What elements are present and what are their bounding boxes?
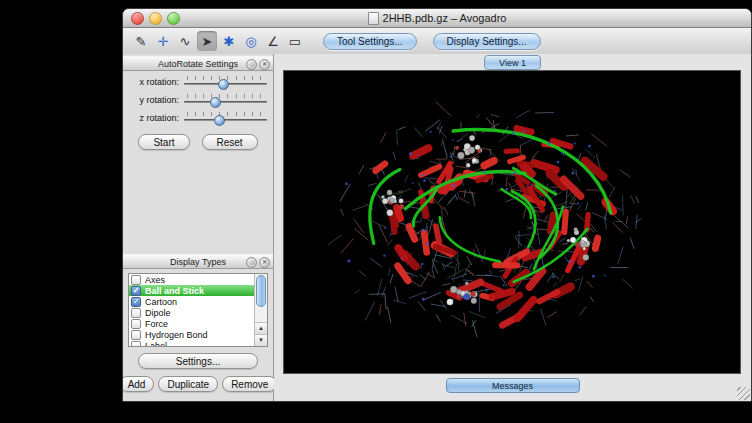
list-item-label: Dipole — [145, 308, 171, 318]
scroll-up-icon[interactable]: ▲ — [255, 322, 267, 334]
align-tool-icon[interactable]: ▭ — [285, 31, 305, 51]
list-item-axes[interactable]: Axes — [129, 274, 255, 285]
z-rotation-label: z rotation: — [129, 113, 184, 123]
zoom-window-icon[interactable] — [167, 12, 180, 25]
panel-float-icon[interactable]: ◇ — [246, 59, 257, 70]
avogadro-window: 2HHB.pdb.gz – Avogadro ✎ ✛ ∿ ➤ ✱ ◎ ∠ ▭ T… — [122, 8, 752, 402]
draw-tool-icon[interactable]: ✎ — [131, 31, 151, 51]
display-types-panel: Display Types ◇ ✕ Axes Ball — [123, 252, 273, 392]
checkbox[interactable] — [131, 308, 141, 318]
toolbar: ✎ ✛ ∿ ➤ ✱ ◎ ∠ ▭ Tool Settings... Display… — [123, 28, 751, 55]
start-button[interactable]: Start — [138, 134, 189, 150]
molecule-rendering — [284, 71, 740, 373]
molecule-viewport[interactable] — [283, 70, 741, 374]
list-item-force[interactable]: Force — [129, 318, 255, 329]
bond-centric-tool-icon[interactable]: ∿ — [175, 31, 195, 51]
traffic-lights — [131, 12, 180, 25]
list-item-label-type[interactable]: Label — [129, 340, 255, 347]
y-rotation-label: y rotation: — [129, 95, 184, 105]
checkbox[interactable] — [131, 330, 141, 340]
slider-handle[interactable] — [214, 115, 225, 126]
list-item-label: Ball and Stick — [145, 286, 204, 296]
panel-close-icon[interactable]: ✕ — [259, 59, 270, 70]
duplicate-button[interactable]: Duplicate — [158, 376, 218, 392]
list-item-label: Force — [145, 319, 168, 329]
x-rotation-slider[interactable] — [184, 75, 267, 89]
checkbox[interactable] — [131, 275, 141, 285]
checkbox[interactable] — [131, 341, 141, 348]
scrollbar-thumb[interactable] — [256, 275, 266, 307]
auto-optimize-tool-icon[interactable]: ◎ — [241, 31, 261, 51]
display-types-list: Axes Ball and Stick Cartoon Dipole — [128, 273, 268, 347]
slider-handle[interactable] — [210, 97, 221, 108]
window-content: AutoRotate Settings ◇ ✕ x rotation: y ro… — [123, 54, 751, 401]
display-type-settings-button[interactable]: Settings... — [138, 353, 258, 369]
slider-ticks — [187, 112, 264, 116]
document-icon — [368, 12, 379, 25]
z-rotation-slider[interactable] — [184, 111, 267, 125]
minimize-window-icon[interactable] — [149, 12, 162, 25]
list-item-label: Axes — [145, 275, 165, 285]
window-title-group: 2HHB.pdb.gz – Avogadro — [368, 12, 507, 25]
list-item-ball-and-stick[interactable]: Ball and Stick — [129, 285, 255, 296]
messages-button[interactable]: Messages — [446, 378, 580, 393]
checkbox[interactable] — [131, 319, 141, 329]
checkbox[interactable] — [131, 297, 141, 307]
list-item-hydrogen-bond[interactable]: Hydrogen Bond — [129, 329, 255, 340]
x-rotation-row: x rotation: — [123, 74, 273, 89]
slider-ticks — [187, 94, 264, 98]
close-window-icon[interactable] — [131, 12, 144, 25]
navigate-tool-icon[interactable]: ✛ — [153, 31, 173, 51]
list-item-label: Label — [145, 341, 167, 348]
x-rotation-label: x rotation: — [129, 77, 184, 87]
list-item-label: Cartoon — [145, 297, 177, 307]
slider-track — [184, 119, 267, 121]
measure-tool-icon[interactable]: ∠ — [263, 31, 283, 51]
remove-button[interactable]: Remove — [222, 376, 277, 392]
z-rotation-row: z rotation: — [123, 110, 273, 125]
panel-float-icon[interactable]: ◇ — [246, 257, 257, 268]
main-area: View 1 Messages — [274, 54, 751, 401]
left-dock: AutoRotate Settings ◇ ✕ x rotation: y ro… — [123, 54, 274, 401]
tool-settings-button[interactable]: Tool Settings... — [323, 33, 417, 50]
list-item-label: Hydrogen Bond — [145, 330, 208, 340]
display-types-title: Display Types — [170, 257, 226, 267]
list-item-cartoon[interactable]: Cartoon — [129, 296, 255, 307]
window-title: 2HHB.pdb.gz – Avogadro — [383, 12, 507, 24]
display-settings-button[interactable]: Display Settings... — [433, 33, 541, 50]
slider-track — [184, 101, 267, 103]
resize-grip[interactable] — [737, 387, 750, 400]
add-button[interactable]: Add — [122, 376, 154, 392]
list-item-dipole[interactable]: Dipole — [129, 307, 255, 318]
y-rotation-slider[interactable] — [184, 93, 267, 107]
scroll-down-icon[interactable]: ▼ — [255, 334, 267, 346]
panel-close-icon[interactable]: ✕ — [259, 257, 270, 268]
y-rotation-row: y rotation: — [123, 92, 273, 107]
view-1-tab[interactable]: View 1 — [484, 55, 541, 70]
checkbox[interactable] — [131, 286, 141, 296]
titlebar[interactable]: 2HHB.pdb.gz – Avogadro — [123, 9, 751, 28]
auto-rotate-tool-icon[interactable]: ✱ — [219, 31, 239, 51]
reset-button[interactable]: Reset — [202, 134, 258, 150]
autorotate-panel-titlebar[interactable]: AutoRotate Settings ◇ ✕ — [123, 56, 273, 71]
autorotate-panel-title: AutoRotate Settings — [158, 59, 238, 69]
display-types-titlebar[interactable]: Display Types ◇ ✕ — [123, 254, 273, 269]
selection-tool-icon[interactable]: ➤ — [197, 31, 217, 51]
autorotate-buttons: Start Reset — [123, 134, 273, 150]
slider-handle[interactable] — [218, 79, 229, 90]
list-scrollbar[interactable]: ▲ ▼ — [254, 274, 267, 346]
